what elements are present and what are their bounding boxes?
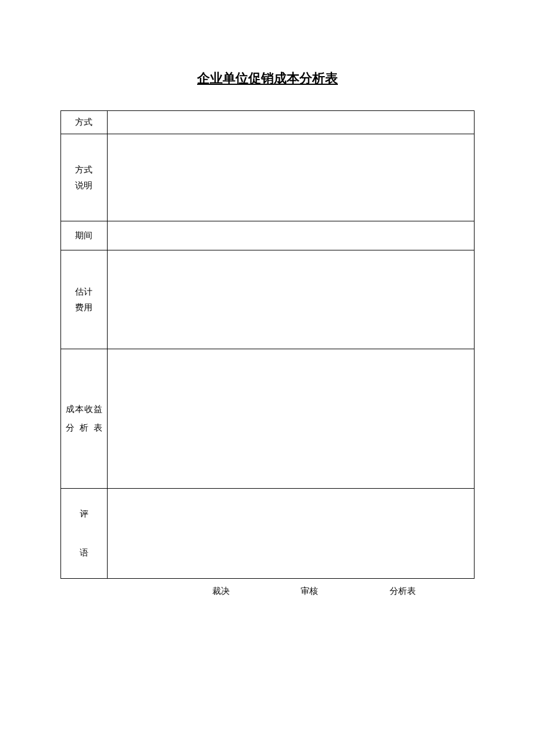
table-row: 成本收益分析表 — [61, 349, 475, 489]
footer-decision: 裁决 — [212, 586, 230, 597]
value-estimated-cost — [107, 250, 474, 349]
table-row: 期间 — [61, 221, 475, 250]
footer-analysis: 分析表 — [390, 586, 416, 597]
label-period: 期间 — [61, 221, 108, 250]
table-row: 方式 — [61, 111, 475, 134]
table-row: 评 语 — [61, 489, 475, 579]
table-row: 方式 说明 — [61, 134, 475, 221]
footer-review: 审核 — [301, 586, 318, 597]
label-comment: 评 语 — [61, 489, 108, 579]
label-cost-benefit: 成本收益分析表 — [61, 349, 108, 489]
label-estimated-cost: 估计 费用 — [61, 250, 108, 349]
page-title: 企业单位促销成本分析表 — [0, 70, 535, 87]
value-method-desc — [107, 134, 474, 221]
analysis-form-table: 方式 方式 说明 期间 估计 费用 — [60, 110, 475, 579]
footer-row: 裁决 审核 分析表 — [60, 586, 475, 597]
label-method-desc: 方式 说明 — [61, 134, 108, 221]
value-comment — [107, 489, 474, 579]
form-table-container: 方式 方式 说明 期间 估计 费用 — [60, 110, 475, 579]
table-row: 估计 费用 — [61, 250, 475, 349]
value-method — [107, 111, 474, 134]
value-cost-benefit — [107, 349, 474, 489]
value-period — [107, 221, 474, 250]
label-method: 方式 — [61, 111, 108, 134]
